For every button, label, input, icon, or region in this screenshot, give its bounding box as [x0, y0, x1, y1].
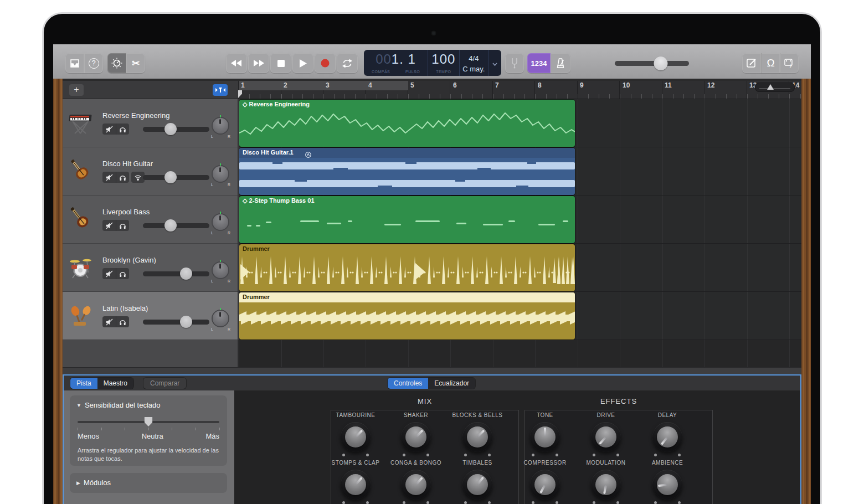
horizontal-zoom-slider[interactable] [755, 83, 795, 92]
track-row-liverpool-bass[interactable]: Liverpool Bass L R [63, 196, 238, 244]
cycle-button[interactable] [337, 53, 358, 73]
solo-button[interactable] [116, 220, 129, 231]
track-volume-knob[interactable] [164, 219, 177, 232]
smart-controls-button[interactable] [107, 53, 126, 73]
solo-button[interactable] [116, 172, 129, 183]
timeline-area[interactable]: ◇ Reverse Engineering Disco Hit Guitar.1 [239, 99, 801, 340]
rewind-button[interactable] [226, 53, 247, 73]
metronome-button[interactable] [551, 53, 570, 73]
knob-tambourine[interactable]: TAMBOURINE [325, 412, 386, 452]
pan-knob[interactable] [213, 263, 228, 278]
library-button[interactable] [65, 53, 84, 73]
stop-button[interactable] [270, 53, 291, 73]
knob-stomps-clap[interactable]: STOMPS & CLAP [325, 460, 386, 500]
knob-tone[interactable]: TONE [515, 412, 575, 452]
disclosure-triangle-icon[interactable]: ▼ [76, 403, 81, 408]
solo-button[interactable] [116, 316, 129, 327]
timeline-ruler[interactable]: 1 2 3 4 5 6 7 8 9 10 11 12 13 14 [238, 81, 801, 99]
track-row-disco-hit-guitar[interactable]: Disco Hit Guitar L R [63, 147, 238, 196]
sensitivity-ticks [78, 428, 220, 430]
lcd-display[interactable]: 001. 1 COMPÁSPULSO 100 TEMPO 4/4C may. [364, 50, 501, 76]
knob-modulation[interactable]: MODULATION [575, 460, 636, 500]
ruler-bar: 12 [707, 81, 714, 89]
region-reverse-engineering[interactable]: ◇ Reverse Engineering [239, 100, 575, 147]
zoom-handle[interactable] [767, 84, 774, 90]
master-volume-knob[interactable] [654, 56, 668, 70]
mute-button[interactable] [102, 268, 116, 279]
tab-pista[interactable]: Pista [70, 378, 97, 389]
tab-controles[interactable]: Controles [388, 378, 428, 389]
region-drummer-latin[interactable]: Drummer [239, 292, 575, 340]
sensitivity-slider[interactable] [78, 421, 219, 423]
drum-waveform [239, 244, 575, 291]
knob-timbales[interactable]: TIMBALES [447, 460, 508, 500]
master-volume-slider[interactable] [615, 61, 689, 66]
knob-blocks-bells[interactable]: BLOCKS & BELLS [447, 412, 508, 452]
region-drummer-brooklyn[interactable]: Drummer [239, 244, 575, 291]
modules-panel[interactable]: ▶Módulos [70, 473, 227, 493]
media-browser-button[interactable]: ♪ [780, 53, 799, 73]
track-volume-slider[interactable] [143, 223, 209, 228]
catch-playhead-button[interactable] [213, 84, 228, 96]
track-volume-knob[interactable] [164, 123, 177, 135]
timeline-row: Drummer [239, 292, 801, 340]
pan-right-label: R [228, 231, 230, 235]
mute-button[interactable] [102, 316, 116, 327]
mute-button[interactable] [102, 220, 116, 231]
knob-shaker[interactable]: SHAKER [385, 412, 446, 452]
play-button[interactable] [292, 53, 313, 73]
add-track-button[interactable]: + [69, 84, 84, 96]
record-button[interactable] [315, 53, 336, 73]
keyboard-sensitivity-panel: ▼Sensibilidad del teclado Menos Neutra M… [70, 395, 227, 466]
region-2step-thump-bass[interactable]: ◇ 2-Step Thump Bass 01 [239, 196, 575, 243]
editor-button[interactable]: ✂ [126, 53, 145, 73]
catch-playhead-icon [215, 85, 225, 95]
ruler-bar: 5 [410, 81, 414, 89]
count-in-button[interactable]: 1234 [527, 53, 551, 73]
pan-knob[interactable] [213, 118, 228, 133]
lcd-menu-chevron[interactable] [488, 50, 501, 76]
mute-button[interactable] [102, 124, 116, 135]
forward-button[interactable] [248, 53, 269, 73]
loop-browser-button[interactable]: Ω [761, 53, 780, 73]
sensitivity-help-text: Arrastra el regulador para ajustar la ve… [78, 446, 219, 463]
pan-knob[interactable] [213, 214, 228, 230]
solo-button[interactable] [116, 268, 129, 279]
track-volume-knob[interactable] [180, 316, 192, 328]
track-volume-slider[interactable] [143, 271, 209, 276]
disclosure-triangle-icon[interactable]: ▶ [76, 480, 80, 486]
comparar-button[interactable]: Comparar [143, 378, 186, 389]
region-disco-hit-guitar[interactable]: Disco Hit Guitar.1 [239, 148, 575, 195]
solo-button[interactable] [116, 124, 129, 135]
knob-compressor[interactable]: COMPRESSOR [515, 460, 575, 500]
knob-ambience[interactable]: AMBIENCE [637, 460, 698, 500]
sensitivity-handle[interactable] [145, 417, 153, 426]
track-row-latin[interactable]: Latin (Isabela) L R [63, 292, 238, 340]
inspector-header: Pista Maestro Comparar Controles Ecualiz… [64, 376, 800, 390]
tab-maestro[interactable]: Maestro [97, 378, 133, 389]
tab-ecualizador[interactable]: Ecualizador [428, 378, 475, 389]
track-volume-knob[interactable] [180, 268, 192, 280]
help-button[interactable]: ? [84, 53, 103, 73]
notes-button[interactable] [742, 53, 761, 73]
track-name: Reverse Engineering [102, 111, 169, 120]
track-row-brooklyn[interactable]: Brooklyn (Gavin) L R [63, 244, 238, 292]
track-volume-slider[interactable] [143, 320, 209, 325]
track-volume-slider[interactable] [143, 127, 209, 132]
panel-splitter[interactable] [63, 367, 801, 374]
track-volume-knob[interactable] [164, 171, 177, 183]
track-volume-slider[interactable] [143, 175, 209, 180]
mute-button[interactable] [102, 172, 116, 183]
macbook-bezel: ? ✂ [42, 12, 822, 504]
knob-conga-bongo[interactable]: CONGA & BONGO [385, 460, 446, 500]
knob-delay[interactable]: DELAY [637, 412, 698, 452]
pan-knob[interactable] [213, 311, 228, 326]
tuner-button[interactable] [505, 53, 524, 73]
rewind-icon [231, 60, 242, 66]
desktop-wallpaper-right [801, 79, 811, 504]
pan-knob[interactable] [213, 166, 228, 182]
track-row-reverse-engineering[interactable]: Reverse Engineering L R [63, 99, 238, 147]
keyboard-sensitivity-title[interactable]: ▼Sensibilidad del teclado [76, 401, 161, 409]
media-browser-icon: ♪ [784, 59, 795, 68]
knob-drive[interactable]: DRIVE [575, 412, 636, 452]
